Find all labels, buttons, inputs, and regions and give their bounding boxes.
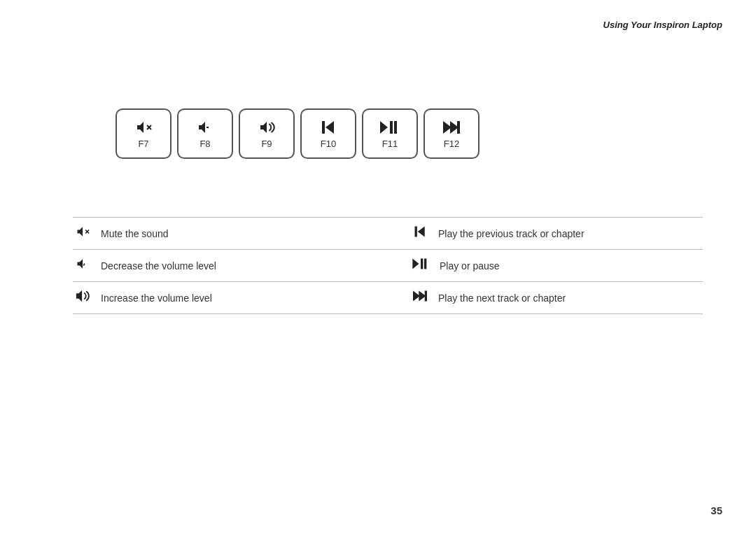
key-f12-label: F12 bbox=[444, 139, 459, 149]
key-f9-label: F9 bbox=[261, 139, 272, 149]
legend-playpause-icon bbox=[410, 257, 431, 274]
key-f10-label: F10 bbox=[321, 139, 336, 149]
legend-row-1: Mute the sound Play the previous track o… bbox=[73, 217, 703, 249]
page-number: 35 bbox=[710, 505, 722, 516]
keys-row: F7 F8 F9 F10 F11 bbox=[115, 108, 479, 159]
legend-left-volup: Increase the volume level bbox=[73, 289, 396, 306]
legend-voldown-icon bbox=[73, 257, 92, 274]
legend-left-mute: Mute the sound bbox=[73, 225, 396, 242]
svg-rect-12 bbox=[322, 121, 325, 134]
legend-right-next: Play the next track or chapter bbox=[396, 289, 703, 306]
next-icon bbox=[442, 119, 461, 136]
key-f8-label: F8 bbox=[200, 139, 210, 149]
legend-left-voldown: Decrease the volume level bbox=[73, 257, 396, 274]
legend-mute-icon bbox=[73, 225, 92, 242]
legend-next-icon bbox=[410, 289, 430, 306]
svg-rect-28 bbox=[425, 291, 427, 302]
key-f11: F11 bbox=[362, 108, 418, 159]
svg-rect-25 bbox=[424, 259, 426, 269]
key-f12: F12 bbox=[424, 108, 479, 159]
svg-rect-15 bbox=[394, 121, 397, 134]
prev-icon bbox=[318, 119, 338, 136]
svg-rect-22 bbox=[415, 227, 417, 237]
play-pause-icon bbox=[379, 119, 401, 136]
svg-rect-14 bbox=[390, 121, 393, 134]
legend-volup-text: Increase the volume level bbox=[101, 292, 212, 304]
legend-prev-icon bbox=[410, 225, 430, 242]
legend-row-2: Decrease the volume level Play or pause bbox=[73, 249, 703, 281]
key-f8: F8 bbox=[177, 108, 233, 159]
svg-marker-23 bbox=[412, 259, 419, 269]
key-f9: F9 bbox=[239, 108, 295, 159]
svg-rect-18 bbox=[457, 121, 460, 134]
key-f7-label: F7 bbox=[138, 139, 148, 149]
legend-row-3: Increase the volume level Play the next … bbox=[73, 281, 703, 314]
svg-marker-13 bbox=[380, 121, 388, 134]
svg-rect-24 bbox=[421, 259, 423, 269]
legend-mute-text: Mute the sound bbox=[101, 228, 169, 239]
key-f10: F10 bbox=[300, 108, 356, 159]
legend: Mute the sound Play the previous track o… bbox=[73, 217, 703, 314]
legend-right-prev: Play the previous track or chapter bbox=[396, 225, 703, 242]
page-header: Using Your Inspiron Laptop bbox=[603, 20, 722, 30]
svg-marker-21 bbox=[418, 227, 425, 237]
key-f7: F7 bbox=[115, 108, 172, 159]
vol-down-icon bbox=[195, 119, 215, 136]
svg-marker-11 bbox=[326, 121, 334, 134]
legend-next-text: Play the next track or chapter bbox=[438, 292, 566, 304]
key-f11-label: F11 bbox=[382, 139, 398, 149]
legend-playpause-text: Play or pause bbox=[440, 260, 500, 271]
legend-voldown-text: Decrease the volume level bbox=[101, 260, 216, 271]
legend-prev-text: Play the previous track or chapter bbox=[438, 228, 584, 239]
vol-up-icon bbox=[257, 119, 276, 136]
mute-icon bbox=[134, 119, 153, 136]
legend-right-playpause: Play or pause bbox=[396, 257, 703, 274]
legend-volup-icon bbox=[73, 289, 92, 306]
